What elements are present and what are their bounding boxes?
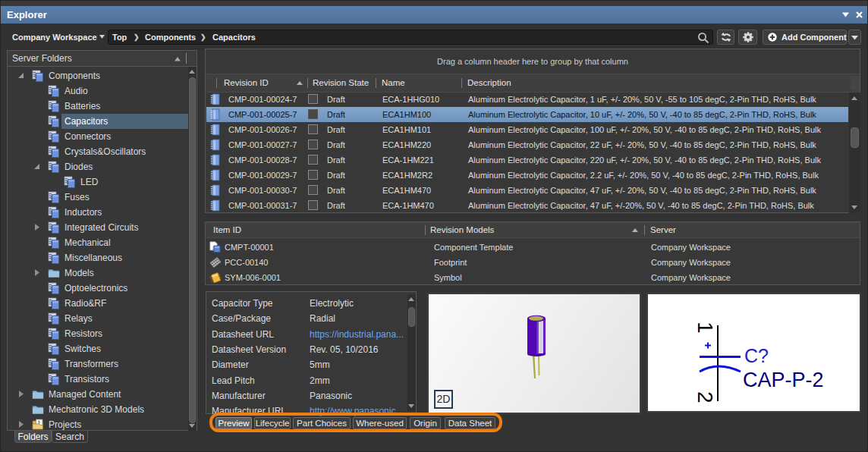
svg-text:1: 1 [693, 322, 717, 334]
svg-text:C?: C? [744, 345, 769, 366]
svg-text:CAP-P-2: CAP-P-2 [743, 369, 824, 391]
svg-text:2: 2 [693, 391, 717, 403]
